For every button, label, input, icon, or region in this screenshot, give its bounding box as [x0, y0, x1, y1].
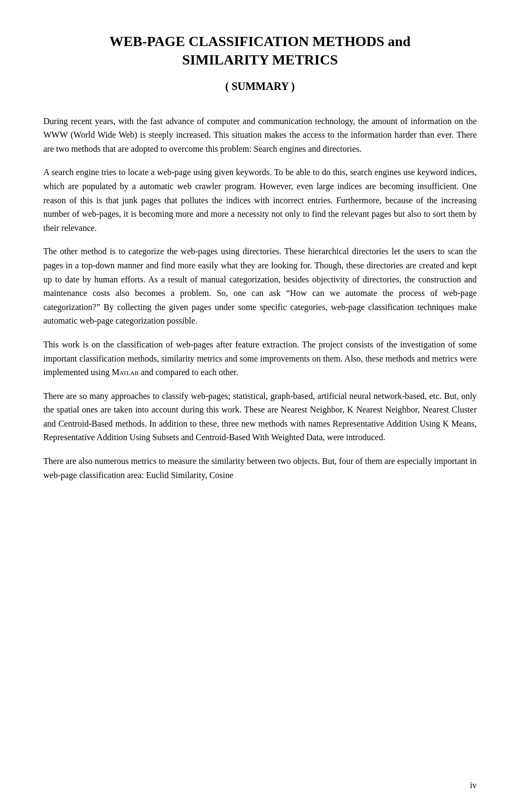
- title-line2: SIMILARITY METRICS: [182, 52, 337, 68]
- main-title: WEB-PAGE CLASSIFICATION METHODS and SIMI…: [43, 33, 477, 69]
- page: WEB-PAGE CLASSIFICATION METHODS and SIMI…: [0, 0, 520, 812]
- page-number: iv: [470, 781, 477, 790]
- title-line1: WEB-PAGE CLASSIFICATION METHODS and: [109, 34, 411, 49]
- paragraph-4: This work is on the classification of we…: [43, 338, 477, 379]
- paragraph-1: During recent years, with the fast advan…: [43, 114, 477, 156]
- matlab-smallcaps: Matlab: [112, 368, 139, 377]
- paragraph-5: There are so many approaches to classify…: [43, 389, 477, 444]
- paragraph-6: There are also numerous metrics to measu…: [43, 454, 477, 482]
- paragraph-3: The other method is to categorize the we…: [43, 244, 477, 328]
- subtitle: ( SUMMARY ): [43, 80, 477, 93]
- paragraph-2: A search engine tries to locate a web-pa…: [43, 165, 477, 235]
- title-section: WEB-PAGE CLASSIFICATION METHODS and SIMI…: [43, 33, 477, 93]
